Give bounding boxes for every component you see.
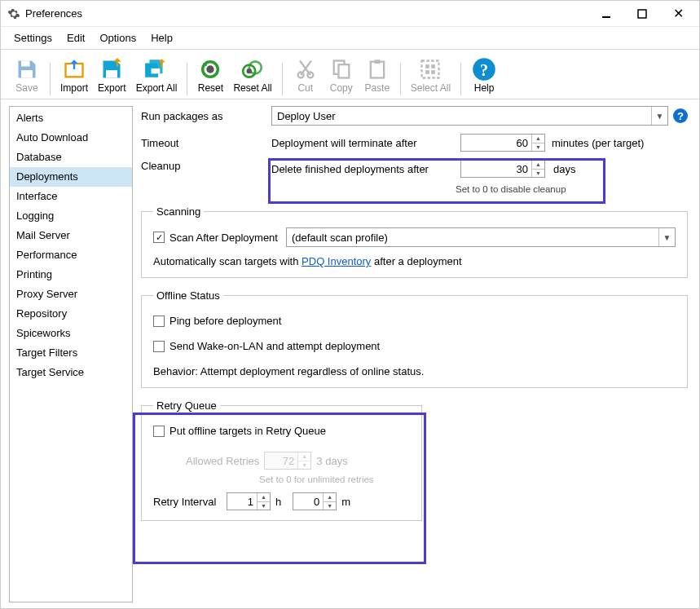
save-button: Save xyxy=(9,55,45,95)
sidebar-item-deployments[interactable]: Deployments xyxy=(10,167,132,187)
reset-icon xyxy=(197,56,223,82)
sidebar-item-spiceworks[interactable]: Spiceworks xyxy=(10,324,132,343)
menu-settings[interactable]: Settings xyxy=(12,30,54,46)
svg-rect-14 xyxy=(371,62,384,78)
import-button[interactable]: Import xyxy=(55,55,93,95)
help-badge[interactable]: ? xyxy=(673,108,688,123)
svg-rect-19 xyxy=(426,70,430,74)
cleanup-label: Cleanup xyxy=(141,160,271,172)
sidebar-item-repository[interactable]: Repository xyxy=(10,304,132,324)
sidebar-item-proxy-server[interactable]: Proxy Server xyxy=(10,285,132,304)
svg-rect-16 xyxy=(422,61,439,78)
timeout-label: Timeout xyxy=(141,137,271,149)
offline-behavior: Behavior: Attempt deployment regardless … xyxy=(153,365,676,377)
menu-options[interactable]: Options xyxy=(98,30,138,46)
retry-interval-label: Retry Interval xyxy=(153,496,222,508)
allowed-retries-spinner: ▲▼ xyxy=(264,452,311,470)
toolbar: Save Import Export Export All Reset Rese… xyxy=(1,50,699,99)
retry-mins-spinner[interactable]: ▲▼ xyxy=(293,492,337,510)
save-icon xyxy=(14,56,40,82)
export-all-button[interactable]: Export All xyxy=(131,55,183,95)
minimize-button[interactable] xyxy=(588,2,624,25)
reset-all-button[interactable]: Reset All xyxy=(228,55,276,95)
sidebar: AlertsAuto DownloadDatabaseDeploymentsIn… xyxy=(9,106,133,602)
sidebar-item-printing[interactable]: Printing xyxy=(10,265,132,285)
svg-text:?: ? xyxy=(480,61,488,79)
sidebar-item-logging[interactable]: Logging xyxy=(10,206,132,226)
scanning-legend: Scanning xyxy=(153,205,204,218)
scanning-description: Automatically scan targets with PDQ Inve… xyxy=(153,255,676,267)
sidebar-item-interface[interactable]: Interface xyxy=(10,187,132,206)
reset-all-icon xyxy=(240,56,266,82)
allowed-retries-label: Allowed Retries xyxy=(186,455,259,467)
timeout-text: Deployment will terminate after xyxy=(271,137,460,149)
retry-hint: Set to 0 for unlimited retries xyxy=(259,474,410,484)
run-packages-select[interactable]: Deploy User ▼ xyxy=(271,106,668,126)
scanning-group: Scanning ✓ Scan After Deployment (defaul… xyxy=(141,205,688,278)
svg-rect-6 xyxy=(152,68,161,73)
menu-edit[interactable]: Edit xyxy=(65,30,86,46)
cleanup-spinner[interactable]: ▲▼ xyxy=(460,160,545,178)
scan-profile-select[interactable]: (default scan profile) ▼ xyxy=(286,227,676,247)
sidebar-item-target-filters[interactable]: Target Filters xyxy=(10,343,132,363)
checkbox-icon: ✓ xyxy=(153,232,165,243)
offline-group: Offline Status Ping before deployment Se… xyxy=(141,289,688,388)
timeout-spinner[interactable]: ▲▼ xyxy=(460,134,545,152)
timeout-input[interactable] xyxy=(461,135,531,151)
svg-rect-17 xyxy=(426,64,430,68)
ping-checkbox[interactable]: Ping before deployment xyxy=(153,315,281,327)
maximize-button[interactable] xyxy=(624,2,660,25)
retry-put-checkbox[interactable]: Put offline targets in Retry Queue xyxy=(153,425,326,437)
help-icon: ? xyxy=(471,56,497,82)
svg-rect-15 xyxy=(374,60,380,64)
cut-button: Cut xyxy=(288,55,324,95)
window-title: Preferences xyxy=(25,7,82,20)
pdq-inventory-link[interactable]: PDQ Inventory xyxy=(302,255,371,267)
paste-button: Paste xyxy=(359,55,395,95)
run-packages-label: Run packages as xyxy=(141,110,271,122)
hours-unit: h xyxy=(275,496,281,508)
menubar: Settings Edit Options Help xyxy=(1,27,699,50)
select-all-icon xyxy=(417,56,443,82)
select-all-button: Select All xyxy=(406,55,456,95)
svg-rect-18 xyxy=(432,64,436,68)
cleanup-input[interactable] xyxy=(461,161,531,177)
svg-rect-2 xyxy=(21,61,30,67)
cleanup-text: Delete finished deployments after xyxy=(271,163,456,175)
sidebar-item-database[interactable]: Database xyxy=(10,148,132,167)
content-panel: Run packages as Deploy User ▼ ? Timeout … xyxy=(133,99,699,609)
retry-hours-input[interactable] xyxy=(227,493,257,510)
chevron-down-icon: ▼ xyxy=(658,228,675,246)
checkbox-icon xyxy=(153,426,165,437)
titlebar: Preferences ✕ xyxy=(1,1,699,27)
sidebar-item-mail-server[interactable]: Mail Server xyxy=(10,226,132,245)
reset-button[interactable]: Reset xyxy=(192,55,228,95)
cut-icon xyxy=(293,56,319,82)
chevron-down-icon: ▼ xyxy=(651,107,667,125)
sidebar-item-performance[interactable]: Performance xyxy=(10,245,132,265)
retry-group: Retry Queue Put offline targets in Retry… xyxy=(141,399,422,521)
allowed-retries-input xyxy=(265,452,297,469)
help-button[interactable]: ? Help xyxy=(466,55,502,95)
retry-hours-spinner[interactable]: ▲▼ xyxy=(227,492,271,510)
svg-rect-13 xyxy=(338,64,349,77)
offline-legend: Offline Status xyxy=(153,289,223,302)
timeout-unit: minutes (per target) xyxy=(552,137,644,149)
sidebar-item-alerts[interactable]: Alerts xyxy=(10,108,132,128)
svg-rect-5 xyxy=(106,70,117,77)
scan-after-checkbox[interactable]: ✓ Scan After Deployment xyxy=(153,232,278,244)
sidebar-item-auto-download[interactable]: Auto Download xyxy=(10,128,132,148)
menu-help[interactable]: Help xyxy=(149,30,174,46)
retry-legend: Retry Queue xyxy=(153,399,220,412)
copy-icon xyxy=(328,56,354,82)
sidebar-item-target-service[interactable]: Target Service xyxy=(10,363,132,382)
allowed-retries-days: 3 days xyxy=(316,455,347,467)
export-button[interactable]: Export xyxy=(93,55,131,95)
paste-icon xyxy=(364,56,390,82)
svg-rect-1 xyxy=(638,10,646,18)
wol-checkbox[interactable]: Send Wake-on-LAN and attempt deployment xyxy=(153,340,380,352)
import-icon xyxy=(61,56,87,82)
close-button[interactable]: ✕ xyxy=(660,2,696,25)
cleanup-unit: days xyxy=(553,163,575,175)
retry-mins-input[interactable] xyxy=(293,493,323,510)
